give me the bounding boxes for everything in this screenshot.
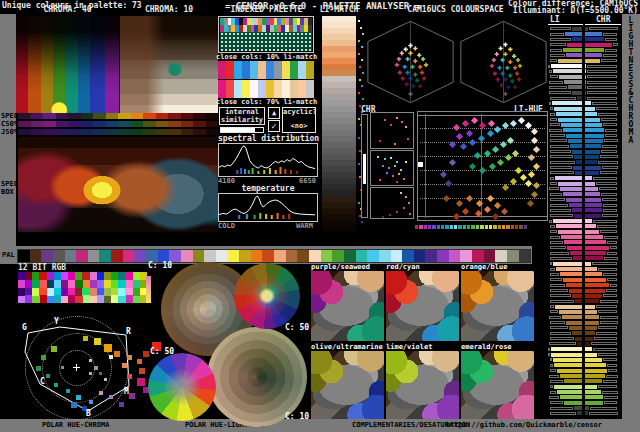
- palette-swatch-grid[interactable]: [220, 18, 312, 32]
- hue-lightness-point: [479, 122, 486, 129]
- colour-swatch: [156, 121, 169, 127]
- hue-lightness-point: [443, 195, 450, 202]
- rgb12-tile: [32, 272, 46, 288]
- hue-lightness-point: [492, 146, 499, 153]
- colour-swatch: [18, 113, 31, 119]
- hue-lightness-point: [533, 182, 540, 189]
- rgb12-tile: [90, 272, 104, 288]
- comp-panel-red-cyan: [386, 271, 459, 341]
- colour-swatch: [53, 250, 65, 262]
- colour-swatch: [193, 129, 206, 135]
- rgb12-mosaic: [18, 272, 147, 303]
- acyclic-box: acyclic? <no>: [282, 107, 316, 133]
- colour-swatch: [106, 129, 119, 135]
- comp-panel-lime-violet: [386, 351, 459, 419]
- hue-lightness-point: [466, 130, 473, 137]
- scatter-dot: [398, 173, 400, 175]
- colour-swatch: [123, 250, 135, 262]
- colour-swatch: [118, 129, 131, 135]
- scatter-dot: [377, 156, 379, 158]
- colour-swatch: [234, 61, 242, 79]
- temperature-right-tick: WARM: [296, 223, 313, 230]
- acyclic-value: <no>: [283, 123, 315, 130]
- hue-lightness-point: [474, 152, 481, 159]
- colour-swatch: [298, 61, 306, 79]
- colour-swatch: [489, 225, 492, 229]
- colour-swatch: [498, 225, 501, 229]
- colour-swatch: [56, 129, 69, 135]
- colour-swatch: [99, 250, 111, 262]
- github-url-link[interactable]: https://github.com/Quickmarble/censor: [446, 422, 602, 429]
- colour-swatch: [282, 61, 290, 79]
- colour-swatch: [463, 225, 466, 229]
- hue-lightness-point: [460, 143, 467, 150]
- spec-box-label-1: SPEC: [1, 181, 18, 188]
- colour-swatch: [156, 129, 169, 135]
- chr-scrollbar-thumb[interactable]: [363, 154, 366, 185]
- scatter-dot: [400, 169, 402, 171]
- scatter-dot: [362, 33, 364, 35]
- colour-swatch: [332, 250, 344, 262]
- colour-swatch: [206, 121, 219, 127]
- rgb12-tile: [104, 272, 118, 288]
- hue-lightness-point: [453, 124, 460, 131]
- colour-swatch: [519, 225, 522, 229]
- chr-scrollbar[interactable]: [361, 114, 368, 218]
- hue-lightness-point: [505, 154, 512, 161]
- hue-lightness-point: [469, 139, 476, 146]
- chr-scatter-box-1: [370, 112, 414, 149]
- scatter-dot: [358, 53, 360, 55]
- rgb12-tile: [118, 288, 132, 304]
- colour-swatch: [321, 250, 333, 262]
- colour-swatch: [367, 250, 379, 262]
- colour-swatch: [31, 113, 44, 119]
- indexed-palette-header: INDEXED PALETTE: [218, 6, 315, 14]
- rgb12-label: 12 BIT RGB: [18, 264, 66, 272]
- scatter-dot: [394, 143, 396, 145]
- hue-lightness-point: [489, 163, 496, 170]
- colour-swatch: [485, 225, 488, 229]
- hue-lightness-point: [484, 150, 491, 157]
- li-hue-handle[interactable]: [418, 162, 423, 167]
- colour-swatch: [43, 129, 56, 135]
- chroma10-header: CHROMA: 10: [120, 6, 218, 14]
- j50-row-label: J50%: [1, 129, 18, 136]
- checkbox-checked[interactable]: ✓: [268, 120, 280, 132]
- colour-swatch: [471, 225, 474, 229]
- colour-swatch: [118, 113, 131, 119]
- temperature-title: temperature: [218, 185, 318, 193]
- left-rail: [0, 14, 16, 264]
- rgb12-tile: [90, 288, 104, 304]
- colour-swatch: [68, 113, 81, 119]
- plot-label: Y: [54, 318, 59, 326]
- spectral-chart: [218, 143, 318, 177]
- scatter-dot: [405, 161, 407, 163]
- scatter-dot: [382, 165, 384, 167]
- colour-swatch: [218, 61, 226, 79]
- colour-swatch: [181, 113, 194, 119]
- colour-swatch: [437, 225, 440, 229]
- scatter-dot: [396, 161, 398, 163]
- colour-swatch: [68, 121, 81, 127]
- palette-empty-slots: [220, 32, 312, 51]
- hue-lightness-point: [502, 184, 509, 191]
- hue-lightness-point: [449, 141, 456, 148]
- similarity-slider[interactable]: [220, 127, 264, 133]
- colour-swatch: [502, 225, 505, 229]
- colour-swatch: [118, 121, 131, 127]
- colour-swatch: [250, 80, 258, 98]
- hue-lightness-point: [527, 200, 534, 207]
- hue-lightness-point: [533, 163, 540, 170]
- hue-lightness-point: [445, 180, 452, 187]
- up-arrow-button[interactable]: ▲: [268, 107, 280, 119]
- temperature-left-tick: COLD: [218, 223, 235, 230]
- colour-swatch: [344, 250, 356, 262]
- scatter-dot: [403, 178, 405, 180]
- plot-label: M: [124, 388, 129, 396]
- colour-swatch: [506, 225, 509, 229]
- colour-swatch: [168, 113, 181, 119]
- colour-swatch: [472, 250, 484, 262]
- colour-swatch: [480, 225, 483, 229]
- comp-label-0: purple/seaweed: [311, 264, 370, 271]
- colour-swatch: [242, 80, 250, 98]
